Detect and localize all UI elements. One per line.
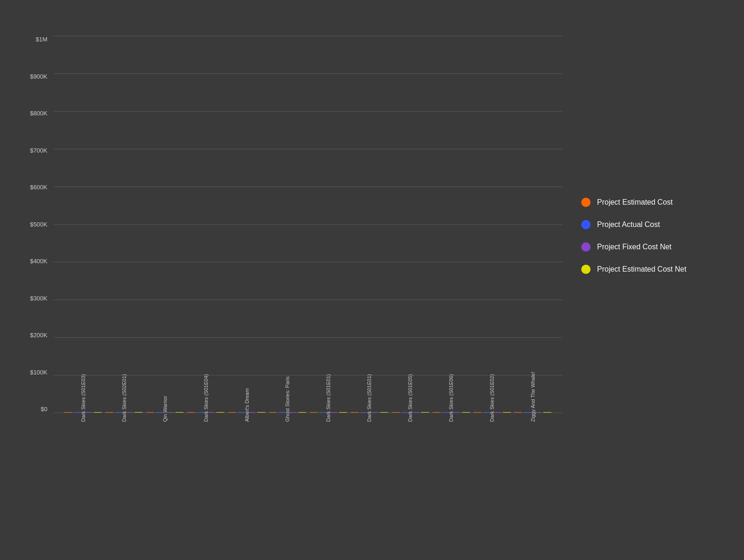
x-axis-label: Dark Skies (S01E03)	[80, 343, 86, 422]
y-axis-label: $700K	[30, 147, 47, 154]
y-axis-label: $0	[41, 406, 47, 413]
legend-label: Project Actual Cost	[597, 220, 660, 229]
legend-label: Project Estimated Cost Net	[597, 265, 686, 273]
x-axis-label: Albert's Dream	[244, 343, 250, 422]
y-axis-label: $1M	[36, 36, 47, 43]
legend-item: Project Estimated Cost Net	[581, 265, 711, 274]
legend-dot	[581, 220, 591, 229]
legend-dot	[581, 242, 591, 252]
x-axis-labels: Dark Skies (S01E03)Dark Skies (S02E01)Qi…	[53, 343, 563, 436]
legend-item: Project Fixed Cost Net	[581, 242, 711, 252]
y-axis-label: $600K	[30, 184, 47, 191]
y-axis-label: $200K	[30, 332, 47, 339]
y-axis: $1M$900K$800K$700K$600K$500K$400K$300K$2…	[23, 36, 51, 413]
y-axis-label: $900K	[30, 73, 47, 80]
legend-item: Project Actual Cost	[581, 220, 711, 229]
x-axis-label: Dark Skies (S02E01)	[121, 343, 127, 422]
x-axis-label: Dark Skies (S01E06)	[448, 343, 454, 422]
y-axis-label: $400K	[30, 258, 47, 265]
legend-item: Project Estimated Cost	[581, 198, 711, 207]
chart-container: $1M$900K$800K$700K$600K$500K$400K$300K$2…	[14, 13, 730, 547]
x-axis-label: Qin Warrior	[162, 343, 168, 422]
chart-plot: $1M$900K$800K$700K$600K$500K$400K$300K$2…	[23, 36, 563, 436]
x-axis-label: Ziggy And The Whale!	[530, 343, 536, 422]
x-axis-label: Dark Skies (S01E01)	[366, 343, 372, 422]
legend-label: Project Estimated Cost	[597, 198, 673, 207]
chart-area: $1M$900K$800K$700K$600K$500K$400K$300K$2…	[23, 36, 721, 436]
x-axis-label: Dark Skies (S01E01)	[326, 343, 331, 422]
x-axis-label: Dark Skies (S01E05)	[407, 343, 413, 422]
y-axis-label: $800K	[30, 110, 47, 117]
x-axis-label: Dark Skies (S01E02)	[489, 343, 495, 422]
legend-dot	[581, 198, 591, 207]
y-axis-label: $100K	[30, 369, 47, 376]
legend-dot	[581, 265, 591, 274]
x-axis-label: Dark Skies (S01E04)	[203, 343, 209, 422]
y-axis-label: $500K	[30, 221, 47, 228]
legend-label: Project Fixed Cost Net	[597, 243, 671, 251]
legend: Project Estimated CostProject Actual Cos…	[572, 36, 721, 436]
y-axis-label: $300K	[30, 295, 47, 302]
x-axis-label: Ghost Stories: Paris	[285, 343, 290, 422]
